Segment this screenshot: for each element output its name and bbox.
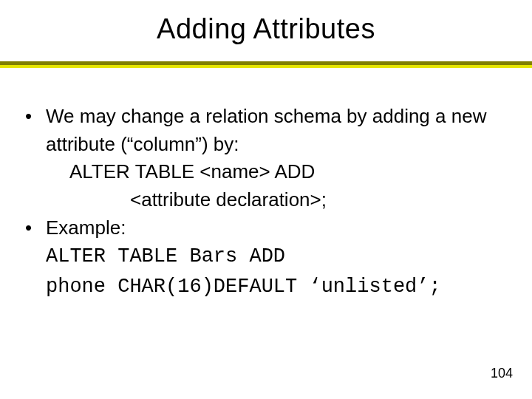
slide-body: • We may change a relation schema by add… bbox=[0, 69, 532, 301]
page-number: 104 bbox=[491, 366, 513, 381]
bullet-item: • We may change a relation schema by add… bbox=[25, 103, 507, 158]
bullet-text: We may change a relation schema by addin… bbox=[46, 103, 507, 158]
code-block: ALTER TABLE Bars ADD phone CHAR(16)DEFAU… bbox=[25, 242, 507, 301]
code-line: phone CHAR(16)DEFAULT ‘unlisted’; bbox=[46, 272, 507, 302]
slide-title: Adding Attributes bbox=[0, 0, 532, 52]
title-underline bbox=[0, 61, 532, 69]
bullet-glyph: • bbox=[25, 103, 46, 158]
bullet-glyph: • bbox=[25, 214, 46, 242]
code-line: ALTER TABLE Bars ADD bbox=[46, 242, 507, 272]
underline-bar-light bbox=[0, 65, 532, 68]
slide: Adding Attributes • We may change a rela… bbox=[0, 0, 532, 399]
bullet-sub-line: <attribute declaration>; bbox=[25, 186, 507, 214]
bullet-sub-line: ALTER TABLE <name> ADD bbox=[25, 158, 507, 186]
bullet-item: • Example: bbox=[25, 214, 507, 242]
bullet-text: Example: bbox=[46, 214, 507, 242]
